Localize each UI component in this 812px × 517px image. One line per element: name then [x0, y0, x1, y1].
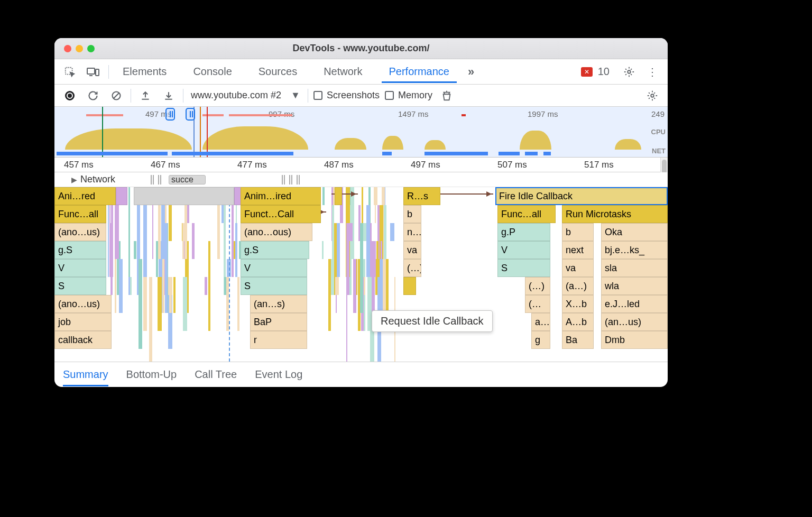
- perf-toolbar: www.youtube.com #2 ▼ Screenshots Memory: [54, 85, 668, 107]
- network-request-bar[interactable]: succe: [169, 175, 206, 184]
- range-handle-left[interactable]: [165, 108, 175, 121]
- detail-tab-summary[interactable]: Summary: [63, 368, 108, 386]
- clear-button[interactable]: [107, 87, 125, 105]
- svg-point-7: [651, 94, 654, 97]
- flame-frame[interactable]: b: [562, 223, 594, 241]
- flame-frame[interactable]: V: [241, 259, 307, 277]
- window-title: DevTools - www.youtube.com/: [54, 43, 668, 54]
- chevron-down-icon: ▼: [291, 90, 300, 101]
- recording-dropdown[interactable]: www.youtube.com #2 ▼: [189, 90, 302, 101]
- close-icon[interactable]: [64, 45, 71, 52]
- svg-point-4: [628, 70, 631, 73]
- flame-frame[interactable]: (ano…ous): [241, 223, 312, 241]
- device-icon[interactable]: [84, 63, 102, 81]
- network-track[interactable]: ▶ Network succe: [54, 172, 668, 187]
- flame-frame[interactable]: va: [562, 259, 594, 277]
- detail-tab-event-log[interactable]: Event Log: [255, 368, 302, 381]
- flame-frame[interactable]: [403, 277, 416, 295]
- chevron-right-icon: ▶: [71, 176, 77, 184]
- flame-frame[interactable]: Oka: [601, 223, 668, 241]
- flame-frame[interactable]: sla: [601, 259, 668, 277]
- flame-frame[interactable]: (an…us): [601, 313, 668, 331]
- error-icon: ✕: [581, 67, 593, 77]
- flame-frame[interactable]: Func…all: [54, 205, 106, 223]
- reload-button[interactable]: [84, 87, 102, 105]
- flame-frame[interactable]: S: [54, 277, 106, 295]
- flame-frame[interactable]: Run Microtasks: [562, 205, 668, 223]
- flame-frame[interactable]: va: [403, 241, 421, 259]
- svg-rect-1: [87, 68, 95, 74]
- titlebar: DevTools - www.youtube.com/: [54, 38, 668, 59]
- flame-frame[interactable]: (…: [525, 295, 550, 313]
- flame-frame[interactable]: (…): [525, 277, 550, 295]
- tab-sources[interactable]: Sources: [251, 60, 304, 83]
- flame-frame[interactable]: X…b: [562, 295, 594, 313]
- flame-frame[interactable]: [335, 187, 342, 205]
- flame-frame[interactable]: (ano…us): [54, 295, 112, 313]
- flame-frame[interactable]: (an…s): [250, 295, 307, 313]
- flame-frame[interactable]: e.J…led: [601, 295, 668, 313]
- flame-frame[interactable]: r: [250, 331, 307, 349]
- flame-frame[interactable]: S: [497, 259, 550, 277]
- inspect-icon[interactable]: [61, 63, 79, 81]
- flame-frame[interactable]: a…: [531, 313, 550, 331]
- flame-frame[interactable]: n…t: [403, 223, 421, 241]
- record-button[interactable]: [61, 87, 79, 105]
- flame-frame[interactable]: BaP: [250, 313, 307, 331]
- separator: [108, 65, 109, 79]
- flame-frame[interactable]: A…b: [562, 313, 594, 331]
- devtools-window: DevTools - www.youtube.com/ ElementsCons…: [54, 38, 668, 387]
- error-count[interactable]: ✕ 10: [581, 66, 610, 78]
- flame-frame[interactable]: b: [403, 205, 421, 223]
- memory-checkbox[interactable]: Memory: [385, 90, 432, 101]
- flame-frame[interactable]: (…): [403, 259, 421, 277]
- flame-frame[interactable]: next: [562, 241, 594, 259]
- tab-network[interactable]: Network: [316, 60, 370, 83]
- flame-frame[interactable]: Ani…red: [54, 187, 116, 205]
- flame-frame[interactable]: V: [54, 259, 106, 277]
- flame-frame[interactable]: Funct…Call: [241, 205, 321, 223]
- time-ruler[interactable]: 457 ms 467 ms 477 ms 487 ms 497 ms 507 m…: [54, 158, 668, 172]
- flame-frame[interactable]: (a…): [562, 277, 594, 295]
- flame-frame[interactable]: Func…all: [497, 205, 556, 223]
- flame-frame[interactable]: g.S: [241, 241, 309, 259]
- detail-tab-bottom-up[interactable]: Bottom-Up: [126, 368, 177, 381]
- tab-console[interactable]: Console: [186, 60, 239, 83]
- minimize-icon[interactable]: [76, 45, 83, 52]
- upload-icon[interactable]: [136, 87, 154, 105]
- kebab-icon[interactable]: ⋮: [643, 63, 661, 81]
- flame-frame[interactable]: Anim…ired: [241, 187, 321, 205]
- garbage-collect-icon[interactable]: [438, 87, 456, 105]
- flame-frame[interactable]: R…s: [403, 187, 440, 205]
- download-icon[interactable]: [160, 87, 178, 105]
- flame-frame[interactable]: (ano…us): [54, 223, 106, 241]
- flame-chart[interactable]: Request Idle Callback Ani…redAnim…iredR……: [54, 187, 668, 362]
- capture-settings-icon[interactable]: [643, 87, 661, 105]
- timeline-overview[interactable]: 497 ms 997 ms 1497 ms 1997 ms 249 CPU NE…: [54, 107, 668, 158]
- flame-frame[interactable]: g.P: [497, 223, 550, 241]
- flame-frame[interactable]: bj.e…ks_: [601, 241, 668, 259]
- flame-frame[interactable]: S: [241, 277, 307, 295]
- flame-frame[interactable]: Ba: [562, 331, 594, 349]
- flame-frame[interactable]: callback: [54, 331, 112, 349]
- flame-frame[interactable]: Dmb: [601, 331, 668, 349]
- flame-frame[interactable]: job: [54, 313, 112, 331]
- svg-rect-3: [96, 69, 99, 76]
- detail-tab-call-tree[interactable]: Call Tree: [195, 368, 237, 381]
- range-handle-right[interactable]: [186, 108, 195, 121]
- screenshots-checkbox[interactable]: Screenshots: [313, 90, 380, 101]
- settings-icon[interactable]: [620, 63, 638, 81]
- flame-frame[interactable]: V: [497, 241, 550, 259]
- tab-performance[interactable]: Performance: [382, 60, 457, 83]
- flame-frame[interactable]: g.S: [54, 241, 106, 259]
- flame-frame[interactable]: [134, 187, 234, 205]
- devtools-tabs: ElementsConsoleSourcesNetworkPerformance…: [54, 59, 668, 85]
- flame-frame[interactable]: Fire Idle Callback: [495, 187, 668, 205]
- flame-tooltip: Request Idle Callback: [372, 310, 493, 332]
- zoom-icon[interactable]: [87, 45, 95, 52]
- flame-frame[interactable]: wla: [601, 277, 668, 295]
- flame-frame[interactable]: g: [531, 331, 550, 349]
- more-tabs-icon[interactable]: »: [462, 63, 480, 81]
- tab-elements[interactable]: Elements: [115, 60, 174, 83]
- flame-frame[interactable]: [116, 187, 127, 205]
